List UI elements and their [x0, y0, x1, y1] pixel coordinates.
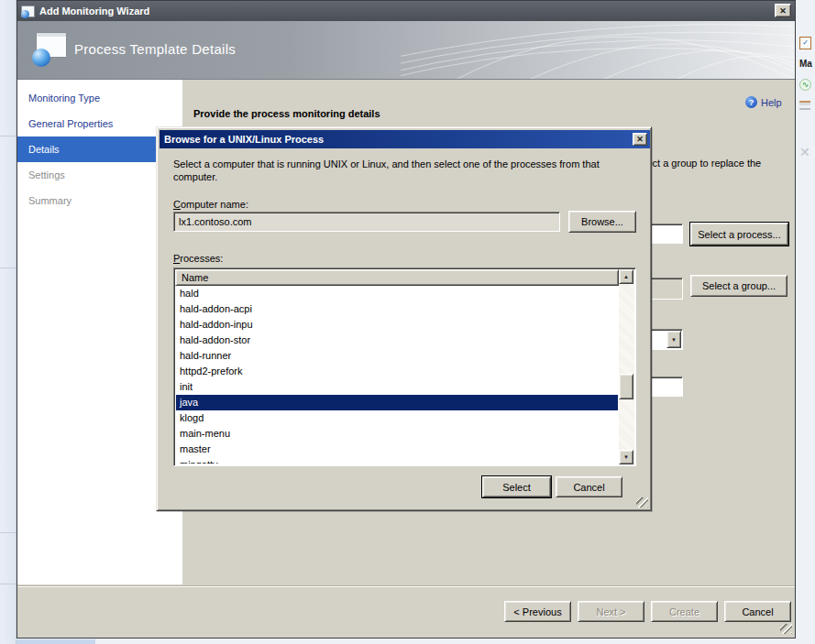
- help-icon: ?: [745, 96, 757, 108]
- list-item[interactable]: main-menu: [176, 426, 618, 442]
- list-item[interactable]: hald: [176, 286, 618, 301]
- divider: [0, 136, 17, 136]
- dim-x-icon: ✕: [799, 145, 810, 159]
- dialog-close-icon[interactable]: ✕: [633, 133, 647, 146]
- scroll-up-icon[interactable]: ▲: [619, 269, 633, 284]
- previous-button[interactable]: < Previous: [504, 601, 571, 622]
- list-column-header-name[interactable]: Name: [175, 269, 619, 286]
- divider: [0, 584, 17, 584]
- wizard-titlebar[interactable]: Add Monitoring Wizard ✕: [17, 1, 795, 21]
- dialog-cancel-button[interactable]: Cancel: [556, 476, 622, 497]
- select-a-group-button[interactable]: Select a group...: [690, 275, 787, 297]
- list-item[interactable]: master: [176, 442, 618, 457]
- parent-window-left-edge: [0, 0, 17, 644]
- screen: ✓ Ma ∿ ✕ Add Monitoring Wizard ✕: [0, 0, 815, 644]
- process-rows: hald hald-addon-acpi hald-addon-inpu hal…: [176, 286, 618, 464]
- footer-divider: [17, 585, 795, 587]
- select-a-process-button[interactable]: Select a process...: [690, 223, 788, 246]
- list-item[interactable]: init: [176, 379, 618, 395]
- dialog-titlebar[interactable]: Browse for a UNIX/Linux Process ✕: [160, 130, 650, 148]
- clipped-instruction-text: lect a group to replace the: [644, 158, 800, 169]
- browse-process-dialog: Browse for a UNIX/Linux Process ✕ Select…: [156, 126, 652, 511]
- next-button: Next >: [578, 601, 644, 622]
- window-title: Add Monitoring Wizard: [39, 5, 149, 16]
- list-item[interactable]: hald-addon-inpu: [176, 317, 618, 333]
- divider: [0, 532, 17, 533]
- window-close-icon[interactable]: ✕: [775, 4, 791, 17]
- list-item[interactable]: httpd2-prefork: [176, 364, 618, 379]
- clipboard-check-icon: ✓: [799, 37, 811, 49]
- create-button: Create: [651, 601, 718, 622]
- list-item[interactable]: hald-runner: [176, 348, 618, 364]
- list-item[interactable]: hald-addon-stor: [176, 333, 618, 348]
- page-title: Process Template Details: [74, 41, 236, 57]
- parent-window-right-edge: ✓ Ma ∿ ✕: [797, 0, 815, 644]
- process-list: Name hald hald-addon-acpi hald-addon-inp…: [173, 267, 636, 466]
- combo-arrow-icon[interactable]: ▼: [666, 331, 681, 348]
- dialog-resize-grip[interactable]: [636, 497, 648, 508]
- dialog-instruction: Select a computer that is running UNIX o…: [173, 158, 639, 183]
- wizard-header-banner: Process Template Details: [17, 21, 795, 80]
- sidebar-item-monitoring-type[interactable]: Monitoring Type: [17, 85, 182, 111]
- list-item-clipped[interactable]: mingetty: [176, 457, 618, 464]
- window-resize-grip[interactable]: [780, 624, 792, 634]
- computer-name-label: Computer name:: [173, 199, 248, 210]
- wizard-page-icon: [32, 32, 71, 65]
- browse-button[interactable]: Browse...: [568, 211, 636, 233]
- help-link[interactable]: ? Help: [745, 96, 782, 108]
- wizard-cancel-button[interactable]: Cancel: [724, 601, 791, 622]
- edge-clipped-text: Ma: [799, 59, 812, 69]
- select-button[interactable]: Select: [482, 476, 551, 497]
- scroll-down-icon[interactable]: ▼: [619, 450, 633, 464]
- scrollbar-thumb[interactable]: [619, 374, 633, 399]
- processes-label: Processes:: [173, 253, 223, 264]
- monitor-wave-icon: ∿: [799, 79, 811, 91]
- dialog-title: Browse for a UNIX/Linux Process: [164, 134, 324, 145]
- help-label: Help: [761, 97, 782, 108]
- computer-name-input[interactable]: lx1.contoso.com: [173, 212, 560, 232]
- list-item[interactable]: hald-addon-acpi: [176, 301, 618, 317]
- wizard-app-icon: [21, 5, 35, 17]
- taskbar-fragment: [17, 639, 95, 644]
- list-lines-icon: [799, 101, 810, 110]
- divider: [0, 267, 17, 268]
- list-item[interactable]: klogd: [176, 410, 618, 426]
- list-item-selected[interactable]: java: [176, 395, 618, 410]
- content-heading: Provide the process monitoring details: [193, 108, 380, 119]
- list-scrollbar[interactable]: ▲ ▼: [619, 269, 634, 464]
- header-mesh-decoration: [401, 21, 795, 80]
